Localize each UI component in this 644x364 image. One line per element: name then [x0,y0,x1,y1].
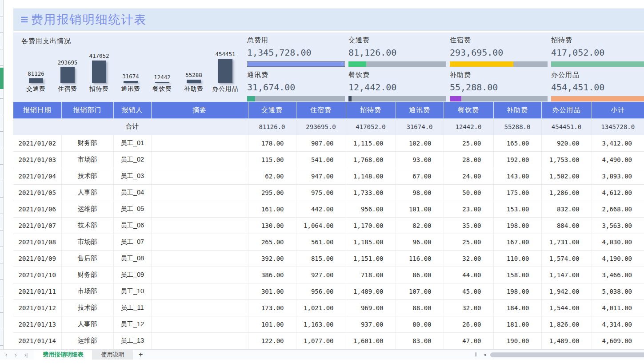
cell-person[interactable]: 员工_10 [113,283,151,299]
sheet-nav-icon[interactable]: ›| [24,352,28,358]
cell-value[interactable]: 101.00 [248,316,296,332]
cell-value[interactable]: 178.00 [248,135,296,151]
cell-value[interactable]: 956.00 [346,201,396,217]
cell-department[interactable]: 技术部 [61,168,113,184]
cell-value[interactable]: 181.00 [493,316,541,332]
cell-value[interactable]: 4,612.00 [592,184,644,201]
column-header[interactable]: 通讯费 [396,102,444,118]
cell-department[interactable]: 运维部 [61,332,113,349]
total-label[interactable]: 合计 [113,118,151,135]
cell-date[interactable]: 2021/01/06 [13,201,61,217]
cell-value[interactable]: 23.00 [444,201,493,217]
cell-value[interactable]: 173.00 [248,299,296,316]
cell-value[interactable]: 3,563.00 [592,217,644,234]
cell-department[interactable]: 财务部 [61,267,113,283]
cell-value[interactable]: 35.00 [444,217,493,234]
cell-value[interactable]: 2,668.00 [592,201,644,217]
cell-department[interactable]: 市场部 [61,151,113,168]
cell-value[interactable]: 3,893.00 [592,168,644,184]
cell-value[interactable]: 4,190.00 [592,250,644,267]
cell-value[interactable]: 45.00 [444,283,493,299]
cell-memo[interactable] [151,217,248,234]
cell-value[interactable]: 25.00 [444,135,493,151]
cell-person[interactable]: 员工_12 [113,316,151,332]
cell-value[interactable]: 907.00 [296,135,346,151]
cell-memo[interactable] [151,267,248,283]
total-value-cell[interactable]: 12442.0 [444,118,493,135]
cell-memo[interactable] [151,151,248,168]
cell-value[interactable]: 86.00 [396,267,444,283]
cell-value[interactable]: 975.00 [296,184,346,201]
column-header[interactable]: 小计 [592,102,644,118]
cell-memo[interactable] [151,283,248,299]
cell-value[interactable]: 110.00 [493,250,541,267]
cell-date[interactable]: 2021/01/13 [13,316,61,332]
column-header[interactable]: 补助费 [493,102,541,118]
cell-value[interactable]: 62.00 [248,168,296,184]
cell-department[interactable]: 人事部 [61,184,113,201]
cell-memo[interactable] [151,201,248,217]
cell-value[interactable]: 392.00 [248,250,296,267]
cell-memo[interactable] [151,316,248,332]
cell-empty[interactable] [13,118,61,135]
cell-department[interactable]: 售后部 [61,250,113,267]
cell-value[interactable]: 1,942.00 [541,283,592,299]
cell-person[interactable]: 员工_13 [113,332,151,349]
cell-value[interactable]: 161.00 [248,201,296,217]
cell-date[interactable]: 2021/01/07 [13,217,61,234]
cell-value[interactable]: 1,077.00 [296,332,346,349]
column-header[interactable]: 报销人 [113,102,151,118]
column-header[interactable]: 交通费 [248,102,296,118]
cell-value[interactable]: 102.00 [396,135,444,151]
column-header[interactable]: 摘要 [151,102,248,118]
cell-value[interactable]: 26.00 [444,316,493,332]
cell-value[interactable]: 88.00 [396,299,444,316]
cell-memo[interactable] [151,299,248,316]
cell-value[interactable]: 832.00 [541,201,592,217]
cell-value[interactable]: 1,733.00 [346,184,396,201]
cell-value[interactable]: 83.00 [396,332,444,349]
cell-value[interactable]: 1,147.00 [541,267,592,283]
cell-value[interactable]: 1,185.00 [346,234,396,250]
cell-value[interactable]: 50.00 [444,184,493,201]
cell-value[interactable]: 44.00 [444,267,493,283]
cell-person[interactable]: 员工_08 [113,250,151,267]
cell-value[interactable]: 93.00 [396,151,444,168]
column-header[interactable]: 报销日期 [13,102,61,118]
cell-value[interactable]: 386.00 [248,267,296,283]
cell-value[interactable]: 937.00 [346,316,396,332]
column-header[interactable]: 餐饮费 [444,102,493,118]
cell-value[interactable]: 153.00 [493,201,541,217]
cell-value[interactable]: 167.00 [493,234,541,250]
cell-value[interactable]: 927.00 [296,267,346,283]
cell-value[interactable]: 956.00 [296,283,346,299]
cell-value[interactable]: 1,731.00 [541,234,592,250]
cell-value[interactable]: 969.00 [346,299,396,316]
cell-date[interactable]: 2021/01/08 [13,234,61,250]
cell-value[interactable]: 1,489.00 [346,283,396,299]
cell-value[interactable]: 32.00 [444,299,493,316]
cell-value[interactable]: 115.00 [248,151,296,168]
cell-value[interactable]: 25.00 [444,234,493,250]
cell-memo[interactable] [151,168,248,184]
pane-splitter-icon[interactable]: ‖ [475,352,477,358]
cell-value[interactable]: 920.00 [541,135,592,151]
cell-value[interactable]: 1,768.00 [346,151,396,168]
cell-value[interactable]: 184.00 [493,299,541,316]
cell-memo[interactable] [151,250,248,267]
cell-value[interactable]: 295.00 [248,184,296,201]
cell-value[interactable]: 815.00 [296,250,346,267]
cell-value[interactable]: 1,148.00 [346,168,396,184]
cell-memo[interactable] [151,135,248,151]
cell-value[interactable]: 28.00 [444,151,493,168]
cell-empty[interactable] [61,118,113,135]
cell-memo[interactable] [151,184,248,201]
cell-value[interactable]: 1,826.00 [541,316,592,332]
cell-value[interactable]: 192.00 [493,151,541,168]
total-value-cell[interactable]: 1345728.0 [592,118,644,135]
column-header[interactable]: 报销部门 [61,102,113,118]
cell-person[interactable]: 员工_01 [113,135,151,151]
cell-value[interactable]: 24.00 [444,168,493,184]
cell-value[interactable]: 947.00 [296,168,346,184]
cell-value[interactable]: 1,574.00 [541,250,592,267]
